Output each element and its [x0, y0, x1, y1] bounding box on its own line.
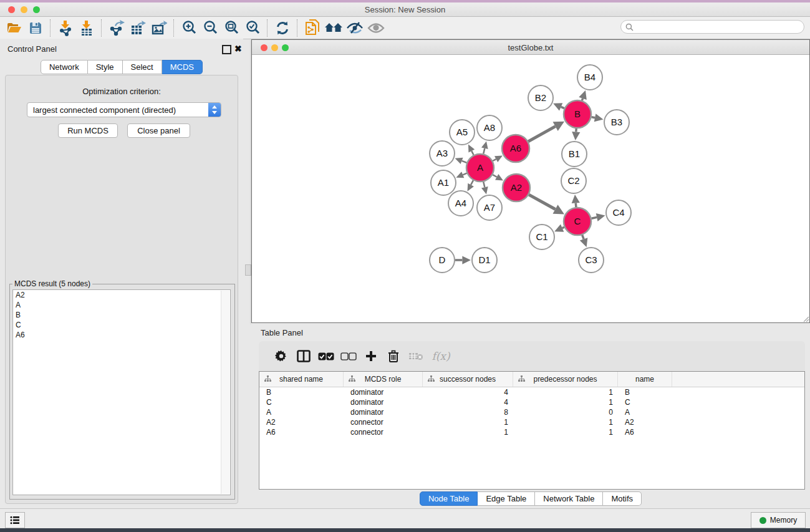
- tab-edge-table[interactable]: Edge Table: [478, 491, 535, 506]
- zoom-out-icon[interactable]: [200, 19, 221, 37]
- resize-grip-icon[interactable]: [801, 314, 809, 322]
- network-window-titlebar[interactable]: testGlobe.txt: [252, 40, 809, 55]
- table-cell[interactable]: A2: [618, 418, 672, 427]
- column-header-name[interactable]: name: [618, 372, 672, 387]
- edge-B-B2[interactable]: [561, 107, 564, 108]
- vertical-splitter-handle[interactable]: [245, 264, 251, 276]
- tab-mcds[interactable]: MCDS: [162, 60, 203, 74]
- zoom-fit-icon[interactable]: [221, 19, 242, 37]
- export-network-icon[interactable]: [106, 19, 127, 37]
- edge-A-A4[interactable]: [471, 180, 473, 185]
- table-row[interactable]: A6connector11A6: [259, 427, 804, 437]
- edge-B-B3[interactable]: [592, 117, 595, 118]
- tab-select[interactable]: Select: [123, 60, 162, 74]
- column-header-predecessor-nodes[interactable]: predecessor nodes: [513, 372, 618, 387]
- edge-C-C2[interactable]: [576, 203, 576, 207]
- table-cell[interactable]: dominator: [344, 408, 423, 417]
- edge-C-C3[interactable]: [582, 235, 584, 239]
- search-input[interactable]: [620, 20, 804, 34]
- table-row[interactable]: Cdominator41C: [259, 397, 804, 407]
- table-cell[interactable]: B: [259, 388, 344, 397]
- export-table-icon[interactable]: [127, 19, 148, 37]
- edge-B-B4[interactable]: [582, 99, 582, 100]
- split-view-icon[interactable]: [292, 347, 315, 365]
- table-cell[interactable]: 8: [423, 408, 513, 417]
- tab-node-table[interactable]: Node Table: [420, 491, 478, 506]
- table-cell[interactable]: C: [618, 398, 672, 407]
- add-column-icon[interactable]: [360, 347, 382, 365]
- edge-A-A7[interactable]: [483, 181, 485, 187]
- table-cell[interactable]: A6: [618, 428, 672, 437]
- edge-A6-B[interactable]: [528, 127, 555, 142]
- table-cell[interactable]: A2: [259, 418, 344, 427]
- hide-panels-icon[interactable]: [344, 19, 365, 37]
- network-canvas[interactable]: B4B2BB3A8A5A6B1A3AA1C2A2A4A7C4CC1C3DD1: [253, 55, 809, 322]
- network-document-icon[interactable]: [302, 19, 323, 37]
- table-cell[interactable]: 1: [513, 428, 618, 437]
- table-row[interactable]: Bdominator41B: [259, 387, 804, 397]
- table-cell[interactable]: 1: [423, 428, 513, 437]
- node-table[interactable]: shared nameMCDS rolesuccessor nodesprede…: [259, 371, 805, 490]
- edge-A-A2[interactable]: [493, 175, 497, 177]
- float-panel-icon[interactable]: [222, 45, 231, 54]
- tab-network[interactable]: Network: [41, 60, 88, 74]
- show-eye-icon[interactable]: [365, 19, 387, 37]
- open-session-icon[interactable]: [4, 19, 25, 37]
- export-image-icon[interactable]: [148, 19, 170, 37]
- edge-A2-C[interactable]: [529, 195, 555, 209]
- result-list-scrollbar[interactable]: [221, 291, 229, 494]
- result-list-item[interactable]: A6: [13, 330, 230, 340]
- table-cell[interactable]: 0: [513, 408, 618, 417]
- table-cell[interactable]: connector: [344, 418, 423, 427]
- mcds-result-list[interactable]: A2ABCA6: [12, 289, 231, 495]
- column-header-shared-name[interactable]: shared name: [259, 372, 344, 387]
- table-cell[interactable]: A6: [259, 428, 344, 437]
- save-session-icon[interactable]: [25, 19, 46, 37]
- table-cell[interactable]: 1: [513, 388, 618, 397]
- zoom-selected-icon[interactable]: [242, 19, 263, 37]
- result-list-item[interactable]: C: [13, 320, 230, 330]
- edge-C-C1[interactable]: [562, 227, 564, 228]
- edge-A-A8[interactable]: [483, 148, 485, 154]
- select-all-icon[interactable]: [315, 347, 337, 365]
- refresh-icon[interactable]: [272, 19, 293, 37]
- table-header-row[interactable]: shared nameMCDS rolesuccessor nodesprede…: [259, 372, 804, 387]
- run-mcds-button[interactable]: Run MCDS: [58, 123, 118, 138]
- delete-column-icon[interactable]: [382, 347, 405, 365]
- table-cell[interactable]: B: [618, 388, 672, 397]
- column-header-successor-nodes[interactable]: successor nodes: [423, 372, 513, 387]
- table-cell[interactable]: 1: [513, 418, 618, 427]
- table-cell[interactable]: A: [259, 408, 344, 417]
- criterion-dropdown[interactable]: largest connected component (directed): [27, 102, 221, 117]
- edge-A-A5[interactable]: [471, 151, 473, 155]
- home-icon[interactable]: [323, 19, 344, 37]
- close-panel-icon[interactable]: ✖: [234, 46, 242, 52]
- gear-icon[interactable]: [270, 347, 292, 365]
- delete-table-icon[interactable]: [405, 347, 427, 365]
- edge-A-A1[interactable]: [463, 173, 466, 175]
- result-list-item[interactable]: B: [13, 310, 230, 320]
- deselect-all-icon[interactable]: [337, 347, 360, 365]
- table-cell[interactable]: connector: [344, 428, 423, 437]
- function-builder-icon[interactable]: f(x): [427, 347, 455, 365]
- zoom-in-icon[interactable]: [178, 19, 200, 37]
- edge-A-A6[interactable]: [493, 159, 496, 161]
- table-cell[interactable]: dominator: [344, 388, 423, 397]
- table-row[interactable]: Adominator80A: [259, 407, 804, 417]
- tab-network-table[interactable]: Network Table: [535, 491, 603, 506]
- table-cell[interactable]: A: [618, 408, 672, 417]
- tab-style[interactable]: Style: [88, 60, 123, 74]
- memory-button[interactable]: Memory: [751, 512, 806, 528]
- table-cell[interactable]: C: [259, 398, 344, 407]
- table-cell[interactable]: 1: [423, 418, 513, 427]
- table-cell[interactable]: dominator: [344, 398, 423, 407]
- close-panel-button[interactable]: Close panel: [127, 123, 190, 138]
- column-header-MCDS-role[interactable]: MCDS role: [344, 372, 423, 387]
- tab-motifs[interactable]: Motifs: [603, 491, 642, 506]
- network-graph[interactable]: B4B2BB3A8A5A6B1A3AA1C2A2A4A7C4CC1C3DD1: [253, 55, 809, 322]
- edge-C-C4[interactable]: [591, 217, 597, 218]
- import-network-icon[interactable]: [55, 19, 76, 37]
- table-row[interactable]: A2connector11A2: [259, 417, 804, 427]
- result-list-item[interactable]: A2: [13, 290, 230, 300]
- table-cell[interactable]: 1: [513, 398, 618, 407]
